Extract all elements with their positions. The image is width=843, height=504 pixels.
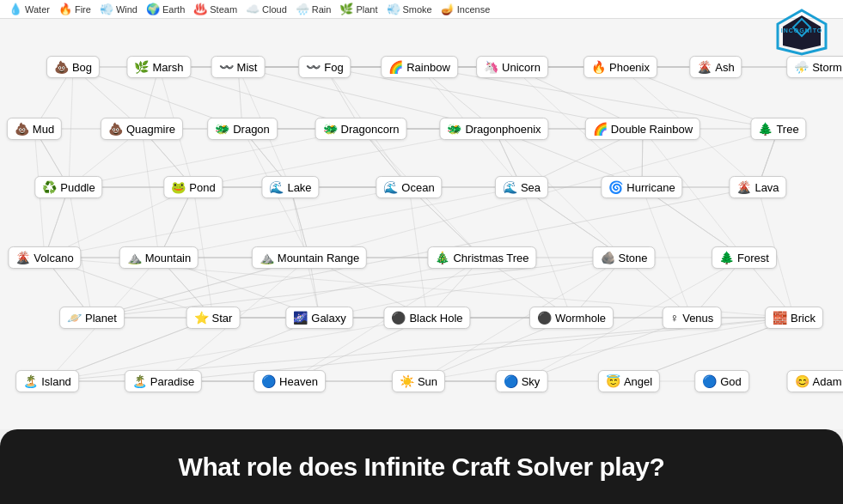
node-mountain[interactable]: ⛰️Mountain xyxy=(119,246,199,269)
node-fog[interactable]: 〰️Fog xyxy=(298,56,351,78)
node-galaxy[interactable]: 🌌Galaxy xyxy=(285,307,353,329)
node-god[interactable]: 🔵God xyxy=(694,370,749,392)
node-angel[interactable]: 😇Angel xyxy=(598,370,660,392)
node-lake[interactable]: 🌊Lake xyxy=(261,176,319,198)
node-brick[interactable]: 🧱Brick xyxy=(765,307,823,329)
node-sky[interactable]: 🔵Sky xyxy=(496,370,548,392)
node-blackhole[interactable]: ⚫Black Hole xyxy=(383,307,470,329)
bottom-bar: What role does Infinite Craft Solver pla… xyxy=(0,429,843,504)
top-row-item[interactable]: 🌧️Rain xyxy=(296,3,332,15)
node-puddle[interactable]: ♻️Puddle xyxy=(34,176,102,198)
node-planet[interactable]: 🪐Planet xyxy=(59,307,125,329)
graph-area: 💩Bog🌿Marsh〰️Mist〰️Fog🌈Rainbow🦄Unicorn🔥Ph… xyxy=(0,19,843,429)
node-tree[interactable]: 🌲Tree xyxy=(750,118,806,140)
node-sea[interactable]: 🌊Sea xyxy=(495,176,548,198)
node-storm[interactable]: ⛈️Storm xyxy=(786,56,843,78)
node-dragon[interactable]: 🐲Dragon xyxy=(207,118,278,140)
node-sun[interactable]: ☀️Sun xyxy=(392,370,445,392)
node-phoenix[interactable]: 🔥Phoenix xyxy=(583,56,657,78)
node-pond[interactable]: 🐸Pond xyxy=(163,176,223,198)
top-row: 💧Water🔥Fire💨Wind🌍Earth♨️Steam☁️Cloud🌧️Ra… xyxy=(0,0,843,19)
svg-line-155 xyxy=(409,187,427,318)
top-row-item[interactable]: ☁️Cloud xyxy=(246,3,287,15)
node-dragoncorn[interactable]: 🐲Dragoncorn xyxy=(315,118,407,140)
node-rainbow[interactable]: 🌈Rainbow xyxy=(381,56,458,78)
bottom-bar-text: What role does Infinite Craft Solver pla… xyxy=(179,452,665,482)
node-star[interactable]: ⭐Star xyxy=(186,307,241,329)
node-ocean[interactable]: 🌊Ocean xyxy=(376,176,442,198)
node-doublerainbow[interactable]: 🌈Double Rainbow xyxy=(585,118,700,140)
node-mud[interactable]: 💩Mud xyxy=(7,118,62,140)
node-mountainrange[interactable]: ⛰️Mountain Range xyxy=(252,246,367,269)
top-row-item[interactable]: 🌍Earth xyxy=(146,3,185,15)
node-stone[interactable]: 🪨Stone xyxy=(593,246,656,269)
node-quagmire[interactable]: 💩Quagmire xyxy=(101,118,183,140)
node-wormhole[interactable]: ⚫Wormhole xyxy=(529,307,614,329)
top-row-item[interactable]: 🔥Fire xyxy=(58,3,91,15)
top-row-item[interactable]: 💨Wind xyxy=(100,3,137,15)
node-adam[interactable]: 😊Adam xyxy=(787,370,843,392)
top-row-item[interactable]: 🪔Incense xyxy=(441,3,491,15)
svg-line-151 xyxy=(92,129,779,318)
svg-text:INCOGNITO: INCOGNITO xyxy=(781,27,823,33)
top-row-item[interactable]: 💨Smoke xyxy=(387,3,432,15)
node-ash[interactable]: 🌋Ash xyxy=(689,56,742,78)
node-christmastree[interactable]: 🎄Christmas Tree xyxy=(427,246,536,269)
node-hurricane[interactable]: 🌀Hurricane xyxy=(601,176,682,198)
node-mist[interactable]: 〰️Mist xyxy=(211,56,266,78)
logo: INCOGNITO xyxy=(774,9,834,56)
node-forest[interactable]: 🌲Forest xyxy=(712,246,777,269)
node-marsh[interactable]: 🌿Marsh xyxy=(126,56,191,78)
top-row-item[interactable]: 🌿Plant xyxy=(339,3,377,15)
svg-line-138 xyxy=(69,67,73,187)
svg-line-146 xyxy=(142,129,159,258)
top-row-item[interactable]: 💧Water xyxy=(9,3,50,15)
top-row-item[interactable]: ♨️Steam xyxy=(193,3,237,15)
node-dragonphoenix[interactable]: 🐲Dragonphoenix xyxy=(439,118,548,140)
node-paradise[interactable]: 🏝️Paradise xyxy=(125,370,202,392)
node-bog[interactable]: 💩Bog xyxy=(46,56,100,78)
node-venus[interactable]: ♀️Venus xyxy=(663,307,722,329)
node-lava[interactable]: 🌋Lava xyxy=(729,176,786,198)
node-island[interactable]: 🏝️Island xyxy=(15,370,79,392)
node-unicorn[interactable]: 🦄Unicorn xyxy=(476,56,548,78)
connection-lines xyxy=(0,19,843,429)
node-volcano[interactable]: 🌋Volcano xyxy=(8,246,81,269)
node-heaven[interactable]: 🔵Heaven xyxy=(254,370,326,392)
